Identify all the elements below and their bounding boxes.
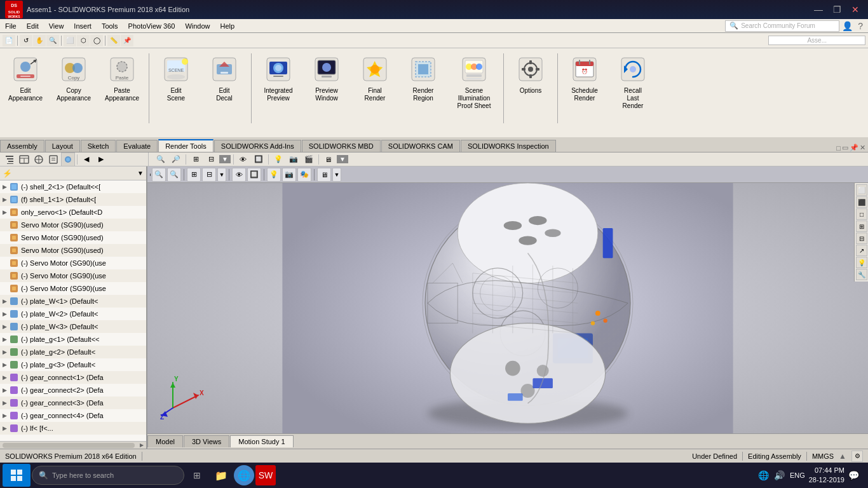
view-scene-btn[interactable]: 🎬: [302, 152, 316, 166]
tab-inspection[interactable]: SOLIDWORKS Inspection: [461, 140, 556, 152]
vt-search-btn[interactable]: 🔍: [152, 168, 166, 182]
tree-item[interactable]: ▶ (-) plate_W<1> (Default<: [0, 295, 146, 308]
chrome-icon[interactable]: 🌐: [234, 465, 254, 485]
configtree-btn[interactable]: [32, 152, 46, 166]
notification-icon[interactable]: 💬: [847, 469, 860, 482]
schedule-render-button[interactable]: ⏰ ScheduleRender: [562, 51, 607, 135]
tab-cam[interactable]: SOLIDWORKS CAM: [381, 140, 460, 152]
display-style-dropdown[interactable]: ▼: [219, 155, 231, 163]
copy-appearance-button[interactable]: Copy CopyAppearance: [51, 51, 97, 135]
rmt-btn-8[interactable]: 🔧: [856, 269, 867, 280]
view-hide-btn[interactable]: 👁: [236, 152, 250, 166]
tree-item[interactable]: ▶ only_servo<1> (Default<D: [0, 206, 146, 219]
tree-item[interactable]: ▶ (-) lf< [f<...: [0, 422, 146, 435]
btab-model[interactable]: Model: [147, 435, 183, 447]
rmt-btn-3[interactable]: □: [856, 208, 867, 220]
menu-photoview[interactable]: PhotoView 360: [123, 19, 180, 32]
integrated-preview-button[interactable]: IntegratedPreview: [255, 51, 301, 135]
left-arrow-btn[interactable]: ◀: [79, 152, 93, 166]
tab-sketch[interactable]: Sketch: [81, 140, 116, 152]
btab-3dviews[interactable]: 3D Views: [184, 435, 229, 447]
rmt-btn-4[interactable]: ⊞: [856, 220, 867, 232]
tab-evaluate[interactable]: Evaluate: [116, 140, 158, 152]
tab-layout[interactable]: Layout: [45, 140, 80, 152]
view-camera-btn[interactable]: 📷: [287, 152, 301, 166]
dimtree-btn[interactable]: [46, 152, 60, 166]
featuretree-btn[interactable]: [3, 152, 17, 166]
menu-file[interactable]: File: [0, 19, 22, 32]
taskview-icon[interactable]: ⊞: [186, 464, 208, 487]
tree-item[interactable]: Servo Motor (SG90)(used): [0, 231, 146, 244]
tree-item[interactable]: (-) Servo Motor (SG90)(use: [0, 257, 146, 269]
view-section-btn[interactable]: ⊞: [189, 152, 203, 166]
view-monitor-btn[interactable]: 🖥: [322, 152, 336, 166]
menu-insert[interactable]: Insert: [69, 19, 97, 32]
edit-scene-button[interactable]: SCENE EditScene: [153, 51, 199, 135]
close-button[interactable]: ✕: [848, 3, 863, 16]
tab-collapse-icon[interactable]: ▭: [842, 144, 848, 152]
network-icon[interactable]: 🌐: [757, 469, 770, 482]
tab-assembly[interactable]: Assembly: [0, 140, 44, 152]
options-button[interactable]: Options: [508, 51, 553, 135]
view-more-btn[interactable]: ▼: [337, 155, 348, 163]
file-manager-icon[interactable]: 📁: [210, 464, 233, 487]
menu-help[interactable]: Help: [215, 19, 240, 32]
zoom-button[interactable]: 🔍: [46, 35, 59, 46]
pin-button[interactable]: 📌: [121, 35, 133, 46]
vt-light-btn[interactable]: 💡: [267, 168, 281, 182]
propertytree-btn[interactable]: [17, 152, 31, 166]
assem-dropdown[interactable]: Asse...: [768, 36, 865, 45]
tree-item[interactable]: ▶ (-) plate_g<2> (Default<: [0, 346, 146, 358]
tab-close-icon[interactable]: ✕: [860, 144, 865, 152]
tab-pin-icon[interactable]: 📌: [850, 144, 858, 152]
sphere-button[interactable]: ◯: [90, 35, 103, 46]
tree-item[interactable]: ▶ (-) plate_W<3> (Default<: [0, 320, 146, 333]
scene-illumination-button[interactable]: SceneIlluminationProof Sheet: [449, 51, 499, 135]
status-settings-btn[interactable]: ⚙: [851, 451, 863, 462]
user-icon[interactable]: 👤: [842, 21, 853, 31]
vt-eye-btn[interactable]: 👁: [232, 168, 246, 182]
menu-view[interactable]: View: [44, 19, 69, 32]
status-expand-icon[interactable]: ▲: [839, 452, 846, 461]
clock[interactable]: 07:44 PM 28-12-2019: [809, 466, 844, 485]
rmt-btn-5[interactable]: ⊟: [856, 233, 867, 244]
tree-item[interactable]: ▶ (-) plate_W<2> (Default<: [0, 308, 146, 320]
measure-button[interactable]: 📏: [107, 35, 120, 46]
minimize-button[interactable]: —: [810, 3, 827, 16]
horizontal-scrollbar[interactable]: ▶: [0, 441, 146, 449]
tree-item[interactable]: Servo Motor (SG90)(used): [0, 244, 146, 257]
view-component-btn[interactable]: 🔲: [252, 152, 266, 166]
tab-mbd[interactable]: SOLIDWORKS MBD: [302, 140, 381, 152]
view-display-btn[interactable]: ⊟: [204, 152, 218, 166]
btab-motionstudy[interactable]: Motion Study 1: [230, 435, 293, 447]
tree-item[interactable]: ▶ (-) gear_connect<4> (Defa: [0, 409, 146, 422]
new-button[interactable]: 📄: [3, 35, 15, 46]
render-region-button[interactable]: RenderRegion: [400, 51, 446, 135]
tab-expand-icon[interactable]: □: [836, 144, 841, 152]
canvas-area[interactable]: X Y Z ⬜ ⬛ □ ⊞: [147, 183, 868, 433]
vt-section-btn[interactable]: ⊞: [187, 168, 201, 182]
vt-display-btn[interactable]: ⊟: [202, 168, 216, 182]
vt-component-btn[interactable]: 🔲: [247, 168, 261, 182]
tree-item[interactable]: ▶ (-) plate_g<1> (Default<<: [0, 333, 146, 346]
scroll-right-btn[interactable]: ▶: [137, 442, 146, 448]
tree-item[interactable]: ▶ (-) shell_2<1> (Default<<[: [0, 180, 146, 193]
recall-last-render-button[interactable]: RecallLastRender: [610, 51, 656, 135]
display-btn[interactable]: [61, 152, 75, 166]
restore-button[interactable]: ❐: [829, 3, 845, 16]
menu-tools[interactable]: Tools: [97, 19, 123, 32]
tree-item[interactable]: ▶ (-) plate_g<3> (Default<: [0, 358, 146, 371]
tab-render-tools[interactable]: Render Tools: [158, 139, 214, 152]
tab-add-ins[interactable]: SOLIDWORKS Add-Ins: [214, 140, 301, 152]
menu-window[interactable]: Window: [180, 19, 215, 32]
tree-item[interactable]: ▶ (-) gear_connect<2> (Defa: [0, 384, 146, 396]
tree-item[interactable]: Servo Motor (SG90)(used): [0, 219, 146, 231]
tree-item[interactable]: (-) Servo Motor (SG90)(use: [0, 269, 146, 282]
right-arrow-btn[interactable]: ▶: [94, 152, 108, 166]
solidworks-taskbar-icon[interactable]: SW: [255, 465, 276, 485]
cylinder-button[interactable]: ⬡: [77, 35, 90, 46]
tree-item[interactable]: ▶ (-) gear_connect<1> (Defa: [0, 371, 146, 384]
final-render-button[interactable]: FinalRender: [352, 51, 398, 135]
paste-appearance-button[interactable]: Paste PasteAppearance: [99, 51, 145, 135]
menu-edit[interactable]: Edit: [22, 19, 44, 32]
